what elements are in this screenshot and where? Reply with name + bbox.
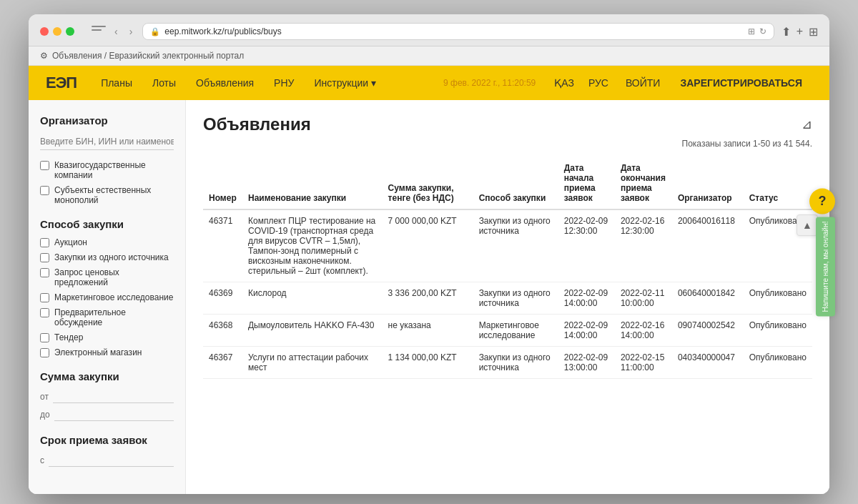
organizer-title: Организатор — [40, 114, 174, 127]
sum-from-input[interactable] — [53, 390, 174, 403]
deadline-from-input[interactable] — [49, 453, 174, 467]
checkbox-preliminary-input[interactable] — [40, 308, 49, 317]
browser-actions: ⬆ + ⊞ — [781, 25, 818, 39]
cell-date-end: 2022-02-16 14:00:00 — [615, 315, 672, 347]
table-row[interactable]: 46371 Комплект ПЦР тестирование на COVID… — [203, 209, 812, 282]
chevron-down-icon: ▾ — [371, 77, 376, 89]
checkbox-marketing-input[interactable] — [40, 293, 49, 302]
cell-method: Закупки из одного источника — [473, 209, 558, 282]
cell-sum: 7 000 000,00 KZT — [383, 209, 473, 282]
site-logo[interactable]: ЕЭП — [46, 74, 77, 92]
checkbox-preliminary[interactable]: Предварительное обсуждение — [40, 307, 174, 327]
cell-name: Кислород — [242, 282, 383, 315]
login-button[interactable]: ВОЙТИ — [616, 71, 670, 94]
cell-date-end: 2022-02-11 10:00:00 — [615, 282, 672, 315]
cell-number: 46367 — [203, 347, 242, 379]
lock-icon: 🔒 — [150, 27, 160, 36]
organizer-section: Организатор Квазигосударственные компани… — [40, 114, 174, 205]
sidebar: Организатор Квазигосударственные компани… — [29, 100, 186, 494]
deadline-from-label: с — [40, 455, 44, 465]
cell-method: Закупки из одного источника — [473, 347, 558, 379]
checkbox-e-shop[interactable]: Электронный магазин — [40, 347, 174, 357]
cell-status: Опубликовано — [744, 347, 812, 379]
nav-lang-kaz[interactable]: ҚАЗ — [547, 71, 581, 94]
url-text: eep.mitwork.kz/ru/publics/buys — [164, 26, 743, 36]
checkbox-monopoly[interactable]: Субъекты естественных монополий — [40, 185, 174, 205]
tabs-overview-icon[interactable]: ⊞ — [809, 25, 818, 39]
checkbox-price-request-label: Запрос ценовых предложений — [54, 267, 174, 287]
sum-to-input[interactable] — [54, 407, 174, 421]
sum-section: Сумма закупки от до — [40, 370, 174, 421]
col-header-date-end: Дата окончания приема заявок — [615, 157, 672, 209]
cell-org: 200640016118 — [672, 209, 744, 282]
nav-instructions[interactable]: Инструкции ▾ — [304, 67, 386, 99]
nav-rnu[interactable]: РНУ — [264, 67, 304, 99]
checkbox-quasi-input[interactable] — [40, 161, 49, 170]
checkbox-monopoly-input[interactable] — [40, 186, 49, 195]
nav-plans[interactable]: Планы — [91, 67, 142, 99]
checkbox-single-source-input[interactable] — [40, 253, 49, 262]
checkbox-tender-input[interactable] — [40, 333, 49, 342]
checkbox-single-source[interactable]: Закупки из одного источника — [40, 252, 174, 262]
checkbox-preliminary-label: Предварительное обсуждение — [54, 307, 174, 327]
settings-icon: ⚙ — [40, 51, 48, 61]
col-header-date-start: Дата начала приема заявок — [558, 157, 615, 209]
checkbox-auction-input[interactable] — [40, 238, 49, 247]
organizer-input[interactable] — [40, 134, 174, 150]
forward-button[interactable]: › — [127, 24, 136, 39]
announcements-table: Номер Наименование закупки Сумма закупки… — [203, 157, 812, 379]
nav-lang-rus[interactable]: РУС — [581, 71, 616, 94]
checkbox-tender-label: Тендер — [54, 332, 83, 342]
deadline-title: Срок приема заявок — [40, 434, 174, 446]
cell-method: Маркетинговое исследование — [473, 315, 558, 347]
checkbox-single-source-label: Закупки из одного источника — [54, 252, 169, 262]
cell-date-start: 2022-02-09 14:00:00 — [558, 282, 615, 315]
chat-button[interactable]: Напишите нам, мы онлайн! — [816, 217, 835, 316]
cell-name: Дымоуловитель HAKKO FA-430 — [242, 315, 383, 347]
page-content: Организатор Квазигосударственные компани… — [29, 100, 829, 494]
breadcrumb: Объявления / Евразийский электронный пор… — [52, 51, 244, 61]
back-button[interactable]: ‹ — [112, 24, 121, 39]
address-bar-actions: ⊞ ↻ — [748, 26, 766, 36]
register-button[interactable]: ЗАРЕГИСТРИРОВАТЬСЯ — [670, 71, 812, 94]
sidebar-toggle[interactable] — [92, 26, 106, 37]
table-row[interactable]: 46368 Дымоуловитель HAKKO FA-430 не указ… — [203, 315, 812, 347]
share-icon[interactable]: ⬆ — [781, 25, 791, 39]
cell-sum: 1 134 000,00 KZT — [383, 347, 473, 379]
checkbox-quasi[interactable]: Квазигосударственные компании — [40, 160, 174, 180]
close-button[interactable] — [40, 27, 49, 36]
help-button[interactable]: ? — [809, 188, 835, 214]
cell-date-end: 2022-02-16 12:30:00 — [615, 209, 672, 282]
checkbox-tender[interactable]: Тендер — [40, 332, 174, 342]
col-header-method: Способ закупки — [473, 157, 558, 209]
address-bar[interactable]: 🔒 eep.mitwork.kz/ru/publics/buys ⊞ ↻ — [142, 23, 774, 40]
checkbox-marketing[interactable]: Маркетинговое исследование — [40, 292, 174, 302]
checkbox-marketing-label: Маркетинговое исследование — [54, 292, 173, 302]
nav-lots[interactable]: Лоты — [142, 67, 186, 99]
checkbox-price-request[interactable]: Запрос ценовых предложений — [40, 267, 174, 287]
checkbox-auction-label: Аукцион — [54, 237, 87, 247]
checkbox-price-request-input[interactable] — [40, 268, 49, 277]
cell-org: 060640001842 — [672, 282, 744, 315]
table-row[interactable]: 46369 Кислород 3 336 200,00 KZT Закупки … — [203, 282, 812, 315]
cell-org: 090740002542 — [672, 315, 744, 347]
new-tab-icon[interactable]: + — [797, 25, 803, 38]
content-header: Объявления ⊿ — [203, 114, 812, 134]
method-title: Способ закупки — [40, 218, 174, 230]
col-header-org: Организатор — [672, 157, 744, 209]
table-row[interactable]: 46367 Услуги по аттестации рабочих мест … — [203, 347, 812, 379]
maximize-button[interactable] — [66, 27, 74, 36]
minimize-button[interactable] — [53, 27, 61, 36]
nav-announcements[interactable]: Объявления — [186, 67, 264, 99]
reader-view-icon[interactable]: ⊞ — [748, 26, 755, 36]
cell-status: Опубликовано — [744, 282, 812, 315]
checkbox-auction[interactable]: Аукцион — [40, 237, 174, 247]
sum-title: Сумма закупки — [40, 370, 174, 382]
checkbox-e-shop-label: Электронный магазин — [54, 347, 142, 357]
checkbox-e-shop-input[interactable] — [40, 348, 49, 357]
filter-icon[interactable]: ⊿ — [802, 117, 812, 132]
traffic-lights — [40, 27, 74, 36]
records-info: Показаны записи 1-50 из 41 544. — [203, 139, 812, 149]
table-body: 46371 Комплект ПЦР тестирование на COVID… — [203, 209, 812, 379]
reload-icon[interactable]: ↻ — [759, 26, 766, 36]
